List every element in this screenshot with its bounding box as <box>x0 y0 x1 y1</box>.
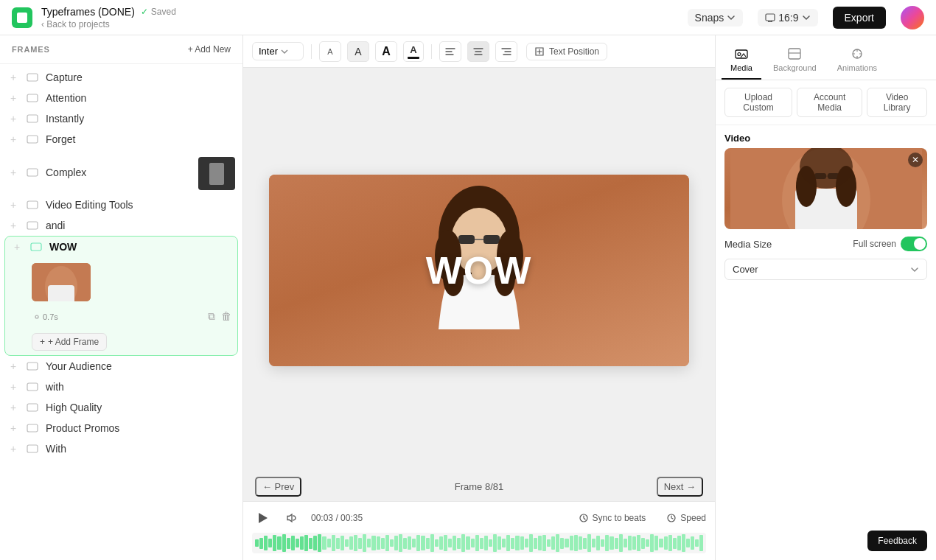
frame-preview-complex <box>198 157 235 190</box>
prev-frame-button[interactable]: ← Prev <box>255 477 301 497</box>
plus-icon: + <box>7 113 19 125</box>
divider <box>311 44 312 59</box>
volume-button[interactable] <box>282 508 302 528</box>
speed-button[interactable]: Speed <box>666 513 706 523</box>
align-center-button[interactable] <box>467 41 489 62</box>
video-thumb-svg <box>730 148 922 229</box>
copy-frame-button[interactable]: ⧉ <box>208 310 215 323</box>
sidebar-item-capture[interactable]: + Capture <box>0 67 242 88</box>
align-right-icon <box>501 46 511 57</box>
panel-tabs: Media Background Animations <box>716 35 936 80</box>
svg-rect-4 <box>27 136 38 143</box>
text-position-button[interactable]: Text Position <box>526 43 607 60</box>
add-frame-button[interactable]: + + Add Frame <box>32 333 107 351</box>
frame-duration: 0.7s <box>32 312 58 321</box>
monitor-icon <box>765 13 775 23</box>
frame-icon <box>25 199 40 211</box>
feedback-button[interactable]: Feedback <box>867 531 927 551</box>
align-left-button[interactable] <box>439 41 461 62</box>
sidebar-item-product-promos[interactable]: + Product Promos <box>0 418 242 438</box>
upload-custom-button[interactable]: Upload Custom <box>724 88 792 117</box>
export-button[interactable]: Export <box>833 7 886 29</box>
svg-rect-6 <box>27 201 38 209</box>
plus-icon: + <box>7 167 19 178</box>
svg-rect-8 <box>31 243 41 251</box>
remove-video-button[interactable]: ✕ <box>908 153 923 167</box>
sidebar-item-label: Capture <box>46 71 83 83</box>
sidebar-item-label: Complex <box>46 167 86 178</box>
tab-background[interactable]: Background <box>764 41 825 80</box>
canvas-area: WOW ← Prev Frame 8/81 Next → <box>243 68 715 501</box>
frame-icon <box>29 241 43 253</box>
frames-label: FRAMES <box>12 45 50 54</box>
next-frame-button[interactable]: Next → <box>657 477 703 497</box>
timeline-waveform[interactable] <box>252 533 706 553</box>
frames-list: + Capture + Attention + Insta <box>0 64 242 560</box>
font-color-button[interactable]: A <box>403 41 424 62</box>
volume-icon <box>285 511 298 525</box>
delete-frame-button[interactable]: 🗑 <box>221 310 231 323</box>
plus-icon: + <box>7 381 19 393</box>
back-to-projects[interactable]: Back to projects <box>41 19 176 29</box>
sidebar-item-instantly[interactable]: + Instantly <box>0 108 242 129</box>
align-right-button[interactable] <box>495 41 517 62</box>
plus-icon: + <box>11 241 23 253</box>
plus-icon: + <box>7 402 19 413</box>
align-center-icon <box>473 46 483 57</box>
font-size-large-button[interactable]: A <box>375 41 397 62</box>
sidebar-item-complex[interactable]: + Complex <box>0 150 242 195</box>
sidebar-item-your-audience[interactable]: + Your Audience <box>0 356 242 377</box>
sidebar-item-label: andi <box>46 220 65 231</box>
sidebar-item-wow[interactable]: + WOW 0.7 <box>4 236 238 356</box>
sidebar-item-label: Video Editing Tools <box>46 199 133 211</box>
sidebar-item-video-editing-tools[interactable]: + Video Editing Tools <box>0 195 242 215</box>
frames-sidebar: FRAMES + Add New + Capture + Attention <box>0 35 243 560</box>
media-icon <box>735 47 748 60</box>
frame-icon <box>25 443 40 455</box>
sync-icon <box>579 513 589 523</box>
canvas-navigation: ← Prev Frame 8/81 Next → <box>243 472 715 501</box>
playback-time: 00:03 / 00:35 <box>311 513 363 523</box>
sidebar-item-high-quality[interactable]: + High Quality <box>0 397 242 418</box>
sidebar-item-label: With <box>46 443 66 455</box>
snaps-chevron-icon <box>727 13 736 22</box>
font-family-selector[interactable]: Inter <box>252 42 304 60</box>
snaps-selector[interactable]: Snaps <box>688 9 744 27</box>
sidebar-item-forget[interactable]: + Forget <box>0 129 242 150</box>
add-new-frame-button[interactable]: + Add New <box>188 44 231 55</box>
text-toolbar: Inter A A A A <box>243 35 715 68</box>
frame-icon <box>25 167 40 178</box>
svg-rect-32 <box>789 49 800 59</box>
app-logo <box>12 7 32 28</box>
canvas[interactable]: WOW <box>269 175 689 366</box>
video-section-title: Video <box>716 125 936 148</box>
tab-animations[interactable]: Animations <box>828 41 886 80</box>
font-size-medium-button[interactable]: A <box>347 41 369 62</box>
fullscreen-toggle-group: Full screen <box>853 237 927 251</box>
sidebar-item-label: Product Promos <box>46 422 119 434</box>
font-size-small-button[interactable]: A <box>319 41 341 62</box>
cover-select[interactable]: Cover <box>724 259 927 280</box>
plus-icon: + <box>7 443 19 455</box>
canvas-wow-text: WOW <box>426 248 533 293</box>
right-panel: Media Background Animations Upload Custo… <box>715 35 936 560</box>
media-size-section: Media Size Full screen <box>716 229 936 259</box>
sidebar-item-with-upper[interactable]: + With <box>0 438 242 459</box>
sync-to-beats-button[interactable]: Sync to beats <box>579 513 646 523</box>
color-indicator <box>408 57 419 59</box>
sidebar-item-attention[interactable]: + Attention <box>0 88 242 108</box>
speed-icon <box>666 513 677 523</box>
fullscreen-toggle[interactable] <box>901 237 927 251</box>
account-media-button[interactable]: Account Media <box>797 88 862 117</box>
svg-rect-17 <box>27 445 38 452</box>
play-button[interactable] <box>252 508 273 528</box>
video-library-button[interactable]: Video Library <box>867 88 927 117</box>
media-size-label: Media Size <box>724 239 772 250</box>
ratio-selector[interactable]: 16:9 <box>758 9 817 27</box>
sidebar-item-label: Forget <box>46 133 75 145</box>
center-panel: Inter A A A A <box>243 35 715 560</box>
user-avatar[interactable] <box>901 6 924 29</box>
tab-media[interactable]: Media <box>722 41 761 80</box>
sidebar-item-with-lower[interactable]: + with <box>0 377 242 397</box>
sidebar-item-and[interactable]: + andi <box>0 215 242 236</box>
